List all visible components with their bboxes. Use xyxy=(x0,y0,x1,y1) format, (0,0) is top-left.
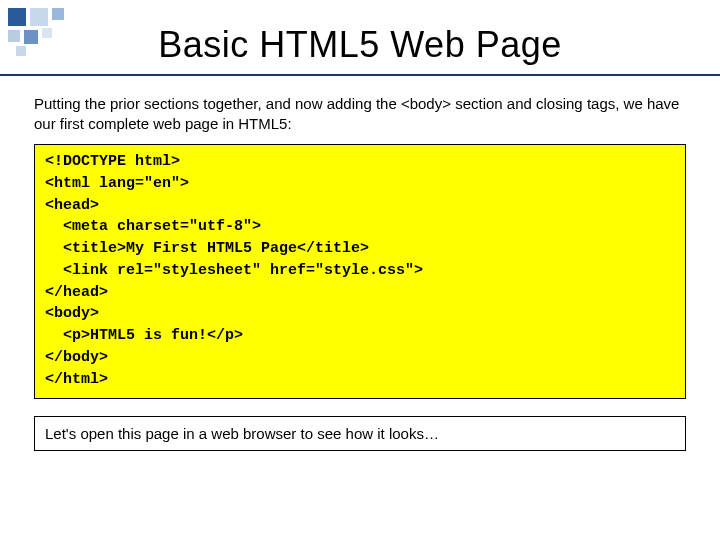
footer-note: Let's open this page in a web browser to… xyxy=(34,416,686,451)
title-underline xyxy=(0,74,720,76)
slide-title: Basic HTML5 Web Page xyxy=(0,24,720,66)
intro-text: Putting the prior sections together, and… xyxy=(34,94,686,135)
code-example-box: <!DOCTYPE html> <html lang="en"> <head> … xyxy=(34,144,686,399)
